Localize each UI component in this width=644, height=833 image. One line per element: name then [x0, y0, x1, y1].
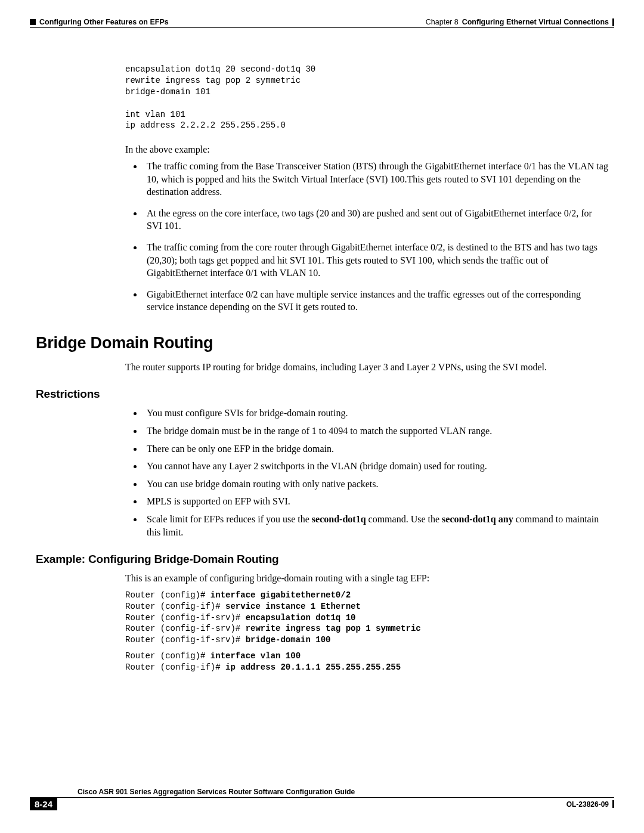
header-section: Configuring Other Features on EFPs — [39, 18, 169, 26]
section-paragraph: The router supports IP routing for bridg… — [125, 361, 608, 374]
heading-example-configuring: Example: Configuring Bridge-Domain Routi… — [36, 553, 608, 566]
list-item: GigabitEthernet interface 0/2 can have m… — [143, 288, 608, 314]
doc-id: OL-23826-09 — [566, 800, 609, 809]
list-item: The traffic coming from the Base Transce… — [143, 160, 608, 199]
code-block: encapsulation dot1q 20 second-dot1q 30 r… — [125, 64, 608, 131]
list-item: You cannot have any Layer 2 switchports … — [143, 460, 608, 473]
bar-icon — [612, 800, 614, 808]
page-number: 8-24 — [30, 798, 57, 810]
prompt-text: Router (config-if)# — [125, 602, 225, 611]
restrictions-bullets: You must configure SVIs for bridge-domai… — [125, 407, 608, 538]
list-item: Scale limit for EFPs reduces if you use … — [143, 513, 608, 538]
command-text: rewrite ingress tag pop 1 symmetric — [246, 624, 421, 633]
prompt-text: Router (config-if-srv)# — [125, 635, 246, 645]
code-block-example1: Router (config)# interface gigabitethern… — [125, 590, 608, 646]
list-item: MPLS is supported on EFP with SVI. — [143, 495, 608, 508]
list-item: The traffic coming from the core router … — [143, 241, 608, 280]
prompt-text: Router (config-if-srv)# — [125, 624, 246, 633]
prompt-text: Router (config)# — [125, 590, 210, 600]
list-item: You can use bridge domain routing with o… — [143, 478, 608, 491]
footer-doc-title: Cisco ASR 901 Series Aggregation Service… — [30, 788, 614, 798]
intro-paragraph: In the above example: — [125, 143, 608, 156]
square-icon — [30, 19, 36, 25]
command-text: second-dot1q any — [442, 514, 513, 524]
command-text: bridge-domain 100 — [246, 635, 331, 645]
command-text: second-dot1q — [312, 514, 366, 524]
command-text: encapsulation dot1q 10 — [246, 613, 356, 623]
command-text: ip address 20.1.1.1 255.255.255.255 — [225, 662, 401, 672]
text-span: command. Use the — [366, 514, 442, 524]
example-bullets: The traffic coming from the Base Transce… — [125, 160, 608, 314]
code-block-example2: Router (config)# interface vlan 100Route… — [125, 651, 608, 673]
prompt-text: Router (config)# — [125, 651, 210, 661]
prompt-text: Router (config-if)# — [125, 662, 225, 672]
heading-bridge-domain-routing: Bridge Domain Routing — [36, 334, 608, 352]
list-item: There can be only one EFP in the bridge … — [143, 442, 608, 456]
text-span: Scale limit for EFPs reduces if you use … — [147, 514, 312, 524]
list-item: The bridge domain must be in the range o… — [143, 425, 608, 438]
command-text: interface gigabitethernet0/2 — [210, 590, 351, 600]
example-paragraph: This is an example of configuring bridge… — [125, 572, 608, 585]
command-text: interface vlan 100 — [210, 651, 301, 661]
header-chapter-title: Configuring Ethernet Virtual Connections — [462, 18, 609, 26]
list-item: You must configure SVIs for bridge-domai… — [143, 407, 608, 420]
command-text: service instance 1 Ethernet — [225, 602, 361, 611]
heading-restrictions: Restrictions — [36, 388, 608, 401]
prompt-text: Router (config-if-srv)# — [125, 613, 246, 623]
page-header: Configuring Other Features on EFPs Chapt… — [30, 18, 614, 28]
header-chapter-label: Chapter 8 — [426, 18, 459, 26]
list-item: At the egress on the core interface, two… — [143, 207, 608, 233]
bar-icon — [612, 18, 614, 26]
page-footer: Cisco ASR 901 Series Aggregation Service… — [30, 788, 614, 810]
